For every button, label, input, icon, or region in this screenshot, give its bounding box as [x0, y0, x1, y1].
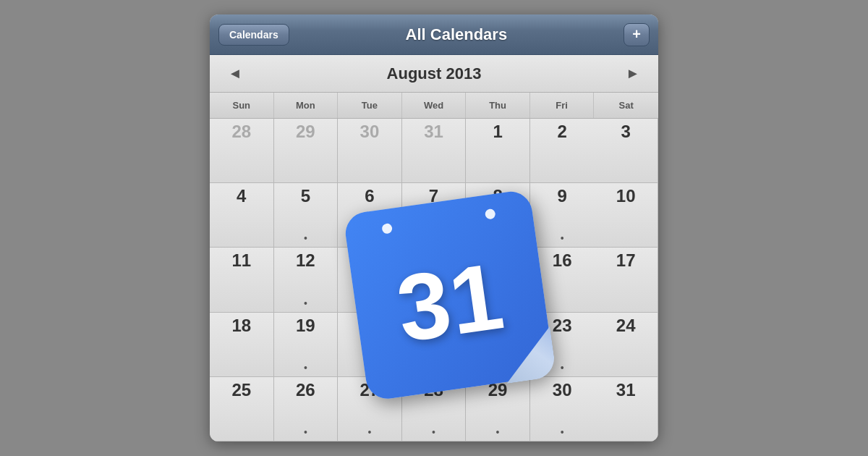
day-number: 30: [360, 123, 380, 140]
calendar-cell[interactable]: 12: [274, 248, 339, 312]
next-month-button[interactable]: ►: [622, 65, 644, 82]
day-number: 3: [621, 123, 631, 140]
calendar-cell[interactable]: 1: [466, 119, 530, 183]
nav-title: All Calendars: [406, 25, 508, 44]
calendar-cell[interactable]: 5: [274, 183, 339, 248]
day-number: 18: [231, 317, 251, 334]
gcal-dot-right: [485, 208, 496, 220]
calendar-cell[interactable]: 2: [530, 119, 595, 183]
calendars-button[interactable]: Calendars: [218, 24, 289, 46]
gcal-dot-left: [381, 223, 393, 235]
day-header-mon: Mon: [274, 93, 339, 118]
nav-bar: Calendars All Calendars +: [210, 14, 658, 55]
day-number: 1: [493, 123, 502, 140]
day-header-wed: Wed: [402, 93, 467, 118]
calendar-cell[interactable]: 18: [210, 313, 274, 377]
calendar-cell[interactable]: 3: [594, 119, 658, 183]
day-number: 25: [231, 381, 251, 399]
day-number: 23: [553, 317, 572, 334]
gcal-number: 31: [392, 248, 509, 356]
day-number: 12: [296, 252, 315, 269]
gcal-icon-overlay: 31: [343, 189, 556, 402]
day-header-tue: Tue: [338, 93, 402, 118]
day-number: 28: [231, 123, 251, 140]
day-number: 10: [616, 187, 636, 205]
gcal-icon: 31: [343, 189, 556, 402]
day-number: 24: [616, 317, 636, 334]
day-number: 5: [301, 187, 310, 205]
day-header-thu: Thu: [466, 93, 530, 118]
calendar-cell[interactable]: 10: [594, 183, 658, 248]
calendar-cell[interactable]: 17: [594, 248, 658, 312]
calendar-cell[interactable]: 30: [530, 377, 595, 442]
day-header-sun: Sun: [210, 93, 274, 118]
calendar-cell[interactable]: 29: [274, 119, 339, 183]
day-number: 16: [553, 252, 572, 269]
month-header: ◄ August 2013 ►: [210, 55, 658, 93]
calendar-app: Calendars All Calendars + ◄ August 2013 …: [210, 14, 658, 442]
month-title: August 2013: [387, 64, 482, 83]
calendar-cell[interactable]: 25: [210, 377, 274, 442]
day-number: 9: [557, 187, 566, 205]
day-headers-row: SunMonTueWedThuFriSat: [210, 93, 658, 119]
day-header-sat: Sat: [594, 93, 658, 118]
calendar-cell[interactable]: 24: [594, 313, 658, 377]
day-number: 6: [365, 187, 374, 205]
day-number: 17: [616, 252, 636, 269]
add-event-button[interactable]: +: [624, 23, 650, 46]
calendar-cell[interactable]: 9: [530, 183, 595, 248]
calendar-cell[interactable]: 19: [274, 313, 339, 377]
day-number: 31: [616, 381, 636, 399]
day-number: 26: [296, 381, 315, 399]
day-number: 2: [557, 123, 566, 140]
day-number: 4: [237, 187, 246, 205]
day-number: 31: [424, 123, 443, 140]
day-number: 29: [296, 123, 315, 140]
calendar-cell[interactable]: 26: [274, 377, 339, 442]
prev-month-button[interactable]: ◄: [224, 65, 246, 82]
calendar-cell[interactable]: 31: [402, 119, 467, 183]
calendar-cell[interactable]: 4: [210, 183, 274, 248]
calendar-cell[interactable]: 31: [594, 377, 658, 442]
calendar-cell[interactable]: 11: [210, 248, 274, 312]
calendar-cell[interactable]: 29: [466, 377, 530, 442]
day-header-fri: Fri: [530, 93, 595, 118]
calendar-grid: 31 2829303112345678910111213141516171819…: [210, 119, 658, 442]
calendar-cell[interactable]: 28: [210, 119, 274, 183]
day-number: 30: [553, 381, 572, 399]
calendar-cell[interactable]: 30: [338, 119, 402, 183]
day-number: 19: [296, 317, 315, 334]
day-number: 11: [231, 252, 251, 269]
